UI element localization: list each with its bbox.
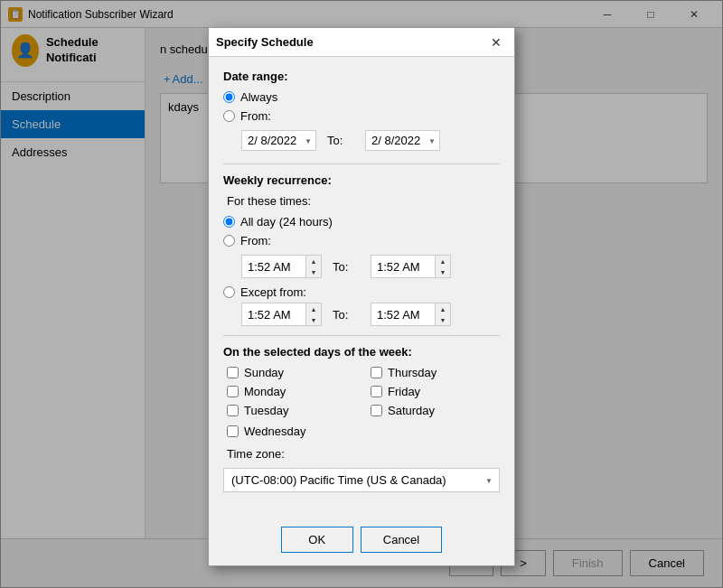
always-option: Always bbox=[223, 90, 500, 104]
saturday-row: Saturday bbox=[371, 404, 500, 417]
dialog-close-button[interactable]: ✕ bbox=[485, 32, 507, 53]
sunday-row: Sunday bbox=[227, 366, 356, 379]
except-time-row: ▲ ▼ To: ▲ ▼ bbox=[241, 303, 500, 326]
allday-label[interactable]: All day (24 hours) bbox=[240, 215, 333, 229]
except-to-input[interactable] bbox=[371, 305, 435, 324]
specify-schedule-dialog: Specify Schedule ✕ Date range: Always Fr… bbox=[208, 27, 515, 566]
from-time-input[interactable] bbox=[242, 257, 305, 276]
except-option: Except from: bbox=[223, 285, 500, 299]
to-date-wrap: 2/ 8/2022 bbox=[365, 130, 440, 151]
saturday-checkbox[interactable] bbox=[371, 405, 382, 416]
except-to-label: To: bbox=[333, 308, 360, 322]
wednesday-label[interactable]: Wednesday bbox=[244, 425, 305, 438]
friday-label[interactable]: Friday bbox=[388, 385, 420, 398]
except-radio-row: Except from: bbox=[223, 285, 500, 299]
time-from-label[interactable]: From: bbox=[240, 234, 271, 247]
always-label[interactable]: Always bbox=[240, 90, 277, 104]
dialog-footer: OK Cancel bbox=[209, 518, 514, 565]
wednesday-row: Wednesday bbox=[227, 425, 500, 438]
date-range-label: Date range: bbox=[223, 70, 500, 83]
sunday-checkbox[interactable] bbox=[227, 367, 239, 378]
timezone-select[interactable]: (UTC-08:00) Pacific Time (US & Canada) bbox=[223, 468, 500, 492]
tuesday-label[interactable]: Tuesday bbox=[244, 404, 288, 417]
except-from-wrap: ▲ ▼ bbox=[241, 303, 322, 326]
from-label[interactable]: From: bbox=[240, 109, 271, 123]
dialog-body: Date range: Always From: 2/ 8/2022 To: bbox=[209, 57, 514, 518]
days-label: On the selected days of the week: bbox=[223, 345, 500, 359]
to-label: To: bbox=[327, 134, 354, 147]
time-from-option: From: bbox=[223, 234, 500, 247]
except-from-input[interactable] bbox=[242, 305, 305, 324]
except-label[interactable]: Except from: bbox=[240, 285, 306, 299]
dialog-title: Specify Schedule bbox=[216, 35, 314, 49]
except-from-down[interactable]: ▼ bbox=[306, 314, 321, 325]
from-date-select[interactable]: 2/ 8/2022 bbox=[241, 130, 316, 151]
friday-row: Friday bbox=[371, 385, 500, 398]
except-to-down[interactable]: ▼ bbox=[436, 314, 450, 325]
friday-checkbox[interactable] bbox=[371, 386, 382, 397]
from-time-spinner: ▲ ▼ bbox=[305, 256, 321, 277]
to-time-label: To: bbox=[333, 260, 360, 274]
to-time-input[interactable] bbox=[371, 257, 435, 276]
modal-overlay: Specify Schedule ✕ Date range: Always Fr… bbox=[0, 0, 723, 588]
except-to-wrap: ▲ ▼ bbox=[371, 303, 451, 326]
tuesday-checkbox[interactable] bbox=[227, 405, 239, 416]
time-from-radio[interactable] bbox=[223, 235, 235, 247]
days-section: On the selected days of the week: Sunday… bbox=[223, 345, 500, 438]
monday-row: Monday bbox=[227, 385, 356, 398]
allday-option: All day (24 hours) bbox=[223, 215, 500, 229]
sunday-label[interactable]: Sunday bbox=[244, 366, 284, 379]
to-time-down[interactable]: ▼ bbox=[436, 266, 450, 277]
to-time-up[interactable]: ▲ bbox=[436, 256, 450, 266]
dialog-titlebar: Specify Schedule ✕ bbox=[209, 28, 514, 57]
always-radio[interactable] bbox=[223, 91, 235, 103]
for-times-label: For these times: bbox=[227, 194, 500, 208]
saturday-label[interactable]: Saturday bbox=[388, 404, 435, 417]
to-time-wrap: ▲ ▼ bbox=[371, 255, 451, 278]
divider-1 bbox=[223, 163, 500, 164]
date-range-options: Always From: bbox=[223, 90, 500, 123]
timezone-label: Time zone: bbox=[227, 447, 500, 461]
except-from-up[interactable]: ▲ bbox=[306, 303, 321, 314]
from-time-wrap: ▲ ▼ bbox=[241, 255, 322, 278]
from-time-down[interactable]: ▼ bbox=[306, 266, 321, 277]
from-to-option: From: bbox=[223, 109, 500, 123]
date-range-row: 2/ 8/2022 To: 2/ 8/2022 bbox=[241, 130, 500, 151]
time-options: All day (24 hours) From: bbox=[223, 215, 500, 247]
dialog-cancel-button[interactable]: Cancel bbox=[361, 527, 442, 553]
except-to-spinner: ▲ ▼ bbox=[435, 303, 450, 325]
from-time-up[interactable]: ▲ bbox=[306, 256, 321, 266]
fromto-radio[interactable] bbox=[223, 110, 235, 122]
thursday-label[interactable]: Thursday bbox=[388, 366, 437, 379]
except-from-spinner: ▲ ▼ bbox=[305, 303, 321, 325]
tuesday-row: Tuesday bbox=[227, 404, 356, 417]
from-time-row: ▲ ▼ To: ▲ ▼ bbox=[241, 255, 500, 278]
days-grid: Sunday Thursday Monday Friday bbox=[227, 366, 500, 417]
monday-checkbox[interactable] bbox=[227, 386, 239, 397]
dialog-ok-button[interactable]: OK bbox=[281, 527, 353, 553]
divider-2 bbox=[223, 335, 500, 336]
except-radio[interactable] bbox=[223, 286, 235, 298]
from-date-wrap: 2/ 8/2022 bbox=[241, 130, 316, 151]
except-to-up[interactable]: ▲ bbox=[436, 303, 450, 314]
thursday-row: Thursday bbox=[371, 366, 500, 379]
to-date-select[interactable]: 2/ 8/2022 bbox=[365, 130, 440, 151]
wednesday-checkbox[interactable] bbox=[227, 425, 239, 437]
weekly-recurrence-label: Weekly recurrence: bbox=[223, 173, 500, 187]
to-time-spinner: ▲ ▼ bbox=[435, 256, 450, 277]
timezone-select-wrap: (UTC-08:00) Pacific Time (US & Canada) bbox=[223, 468, 500, 492]
timezone-section: Time zone: (UTC-08:00) Pacific Time (US … bbox=[223, 447, 500, 492]
monday-label[interactable]: Monday bbox=[244, 385, 286, 398]
thursday-checkbox[interactable] bbox=[371, 367, 382, 378]
allday-radio[interactable] bbox=[223, 216, 235, 228]
